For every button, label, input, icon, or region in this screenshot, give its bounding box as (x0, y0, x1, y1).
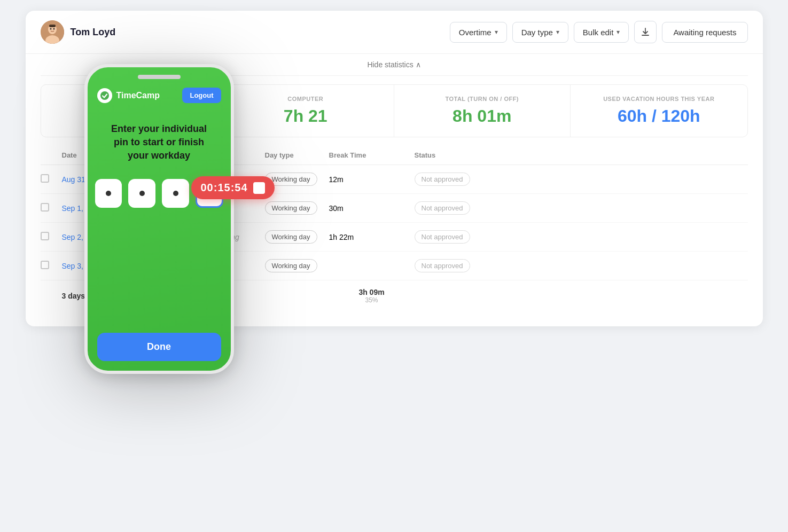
footer-break: 3h 09m 35% (329, 288, 415, 304)
svg-point-4 (53, 28, 54, 30)
overtime-dropdown[interactable]: Overtime ▾ (450, 22, 507, 43)
logout-button[interactable]: Logout (182, 88, 221, 103)
avatar-image (41, 20, 64, 44)
row-checkbox[interactable] (41, 174, 62, 184)
stat-vacation-value: 60h / 120h (583, 106, 735, 126)
header: Tom Loyd Overtime ▾ Day type ▾ Bulk edit… (26, 11, 763, 54)
col-checkbox (41, 151, 62, 159)
stat-computer-value: 7h 21 (230, 106, 381, 126)
col-day-type: Day type (265, 151, 329, 159)
svg-point-6 (100, 91, 109, 100)
chevron-down-icon: ▾ (495, 28, 498, 36)
row-status: Not approved (415, 173, 489, 186)
svg-rect-5 (49, 25, 56, 27)
timer-pill: 00:15:54 (191, 176, 275, 199)
timecamp-logo: TimeCamp (97, 88, 160, 103)
row-day-type[interactable]: Working day (265, 173, 329, 186)
user-info: Tom Loyd (41, 20, 116, 44)
phone-notch (138, 75, 181, 79)
phone-header: TimeCamp Logout (95, 88, 223, 112)
row-day-type[interactable]: Working day (265, 230, 329, 244)
row-break-time: 30m (329, 204, 415, 213)
timecamp-logo-text: TimeCamp (116, 91, 160, 100)
pin-dot-2[interactable] (128, 179, 155, 208)
avatar (41, 20, 64, 44)
download-button[interactable] (634, 21, 657, 43)
chevron-up-icon: ∧ (416, 60, 421, 69)
awaiting-requests-button[interactable]: Awaiting requests (662, 22, 747, 43)
row-checkbox[interactable] (41, 261, 62, 271)
stat-turn-on-off: TOTAL (TURN ON / OFF) 8h 01m (394, 85, 571, 137)
stat-vacation-label: USED VACATION HOURS THIS YEAR (583, 96, 735, 102)
row-status: Not approved (415, 230, 489, 244)
done-btn-wrapper: Done (95, 327, 223, 363)
row-break-time: 1h 22m (329, 233, 415, 241)
row-checkbox[interactable] (41, 232, 62, 242)
svg-point-3 (50, 28, 51, 30)
pin-prompt: Enter your individual pin to start or fi… (95, 112, 223, 163)
timer-display: 00:15:54 (201, 182, 248, 194)
stat-turn-value: 8h 01m (407, 106, 558, 126)
chevron-down-icon: ▾ (556, 28, 559, 36)
phone-body: TimeCamp Logout Enter your individual pi… (84, 64, 234, 374)
stop-button[interactable] (253, 182, 265, 194)
bulk-edit-dropdown[interactable]: Bulk edit ▾ (574, 22, 629, 43)
stat-vacation: USED VACATION HOURS THIS YEAR 60h / 120h (571, 85, 747, 137)
chevron-down-icon: ▾ (617, 28, 620, 36)
pin-dot-3[interactable] (162, 179, 189, 208)
row-day-type[interactable]: Working day (265, 201, 329, 215)
stat-computer: COMPUTER 7h 21 (217, 85, 394, 137)
user-name: Tom Loyd (71, 27, 116, 38)
row-checkbox[interactable] (41, 203, 62, 213)
col-status: Status (415, 151, 489, 159)
row-day-type[interactable]: Working day (265, 259, 329, 272)
pin-dot-1[interactable] (95, 179, 122, 208)
stat-turn-label: TOTAL (TURN ON / OFF) (407, 96, 558, 102)
row-break-time: 12m (329, 175, 415, 184)
page-wrapper: Tom Loyd Overtime ▾ Day type ▾ Bulk edit… (26, 11, 763, 326)
phone-overlay: TimeCamp Logout Enter your individual pi… (84, 64, 234, 374)
col-break-time: Break Time (329, 151, 415, 159)
timecamp-logo-icon (97, 88, 112, 103)
stat-computer-label: COMPUTER (230, 96, 381, 102)
phone-inner: TimeCamp Logout Enter your individual pi… (95, 88, 223, 363)
row-status: Not approved (415, 201, 489, 215)
header-actions: Overtime ▾ Day type ▾ Bulk edit ▾ Awaiti… (450, 21, 748, 43)
done-button[interactable]: Done (97, 333, 221, 361)
row-status: Not approved (415, 259, 489, 272)
day-type-dropdown[interactable]: Day type ▾ (512, 22, 568, 43)
